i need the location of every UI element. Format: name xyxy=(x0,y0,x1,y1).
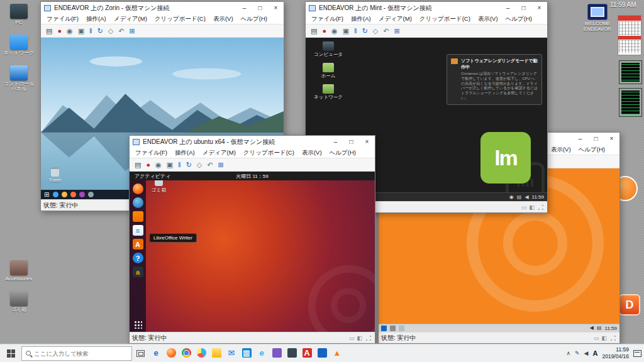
titlebar[interactable]: ENDEAVOR 上の Zorin - 仮想マシン接続 – □ × xyxy=(41,2,284,14)
software-icon[interactable] xyxy=(79,192,85,197)
enhanced-session-icon[interactable]: ⊞ xyxy=(130,28,135,35)
pause-icon[interactable]: ‖ xyxy=(89,28,92,35)
resize-grip[interactable] xyxy=(609,334,617,342)
search-input[interactable] xyxy=(34,350,116,357)
firefox-icon[interactable] xyxy=(164,344,179,362)
revert-icon[interactable]: ↶ xyxy=(383,28,389,35)
task-view-button[interactable] xyxy=(132,344,148,362)
explorer-icon[interactable] xyxy=(209,344,224,362)
volume-icon[interactable]: ◀ xyxy=(525,195,528,200)
reset-icon[interactable]: ↻ xyxy=(97,28,103,35)
minimize-button[interactable]: – xyxy=(328,136,343,148)
pen-icon[interactable]: ✎ xyxy=(575,351,580,356)
volume-icon[interactable]: ◀ xyxy=(590,326,594,331)
files-icon[interactable] xyxy=(133,211,143,222)
shutdown-icon[interactable]: ◉ xyxy=(67,28,73,35)
menu-item[interactable]: ファイル(F) xyxy=(43,14,82,24)
desktop-icon[interactable]: コントロールパネル xyxy=(3,65,35,93)
trash-icon-zorin[interactable]: Trash xyxy=(48,167,61,183)
notification-toast[interactable]: ソフトウェアレンダリングモードで動作中 Cinnamon は現在ソフトウェアレン… xyxy=(447,54,542,105)
menu-item[interactable]: 表示(V) xyxy=(474,14,502,24)
checkpoint-icon[interactable]: ◇ xyxy=(108,28,113,35)
menu-item[interactable]: 操作(A) xyxy=(347,14,375,24)
menu-item[interactable]: ファイル(F) xyxy=(308,14,347,24)
welcome-endeavor-icon[interactable]: WELCOME ENDEAVOR xyxy=(581,4,614,33)
ctrl-alt-del-icon[interactable]: ▤ xyxy=(311,28,317,35)
desktop-icon[interactable]: PC xyxy=(3,4,35,26)
update-icon[interactable]: ◉ xyxy=(509,195,514,200)
menu-item[interactable]: 表示(V) xyxy=(209,14,237,24)
menu-item[interactable]: 操作(A) xyxy=(82,14,110,24)
revert-icon[interactable]: ↶ xyxy=(207,162,213,168)
desktop-icon[interactable]: ホーム xyxy=(311,63,346,79)
mint-clock[interactable]: 11:59 xyxy=(532,194,544,200)
browser-icon[interactable] xyxy=(194,344,209,362)
app-purple-icon[interactable] xyxy=(269,344,284,362)
menu-item[interactable]: 表示(V) xyxy=(298,148,326,158)
power-icon[interactable]: ● xyxy=(322,28,326,35)
network-icon[interactable]: ▤ xyxy=(517,195,522,200)
ie-icon[interactable]: e xyxy=(254,344,269,362)
desktop-icon[interactable]: ゴミ箱 xyxy=(3,291,35,313)
app-red-icon[interactable]: A xyxy=(299,344,314,362)
media-icon[interactable]: ▲ xyxy=(330,344,345,362)
power-icon[interactable]: ● xyxy=(57,28,62,35)
menu-item[interactable]: ヘルプ(H) xyxy=(502,14,536,24)
speaker-icon[interactable]: ◀ xyxy=(584,351,589,356)
d-logo-app-icon[interactable]: D xyxy=(619,294,640,315)
menu-item[interactable]: メディア(M) xyxy=(110,14,151,24)
network-icon[interactable]: ▤ xyxy=(597,326,602,331)
close-button[interactable]: × xyxy=(604,133,619,145)
show-applications-icon[interactable] xyxy=(133,320,142,329)
store-icon[interactable]: ▦ xyxy=(239,344,254,362)
help-icon[interactable]: ? xyxy=(133,253,143,263)
taskbar-clock[interactable]: 11:59 2019/04/16 xyxy=(602,346,629,359)
revert-icon[interactable]: ↶ xyxy=(118,28,124,35)
ctrl-alt-del-icon[interactable]: ▤ xyxy=(135,162,141,168)
minimize-button[interactable]: – xyxy=(572,133,588,145)
save-icon[interactable]: ▣ xyxy=(167,162,173,168)
desktop-icon[interactable]: コンピュータ xyxy=(311,41,346,58)
close-button[interactable]: × xyxy=(359,136,375,148)
libreoffice-icon[interactable]: A xyxy=(133,239,143,250)
firefox-icon[interactable] xyxy=(70,192,76,197)
menu-item[interactable]: ヘルプ(H) xyxy=(237,14,271,24)
save-icon[interactable]: ▣ xyxy=(78,28,84,35)
ctrl-alt-del-icon[interactable]: ▤ xyxy=(46,28,52,35)
menu-item[interactable]: クリップボード(C) xyxy=(416,14,474,24)
menu-item[interactable]: ファイル(F) xyxy=(131,148,171,158)
ime-indicator[interactable]: A xyxy=(593,349,598,357)
checkpoint-icon[interactable]: ◇ xyxy=(197,162,202,168)
mate-terminal-icon[interactable] xyxy=(399,326,404,331)
close-button[interactable]: × xyxy=(531,3,547,14)
mail-icon[interactable]: ✉ xyxy=(224,344,239,362)
reset-icon[interactable]: ↻ xyxy=(186,162,192,168)
files-icon[interactable] xyxy=(62,192,67,197)
menu-item[interactable]: 操作(A) xyxy=(171,148,199,158)
settings-icon[interactable] xyxy=(88,192,94,197)
maximize-button[interactable]: □ xyxy=(588,133,604,145)
action-center-icon[interactable] xyxy=(633,350,641,357)
mate-menu-icon[interactable] xyxy=(381,326,387,331)
desktop-icon[interactable]: ネットワーク xyxy=(3,35,35,57)
app-grid-icon[interactable]: ⊞ xyxy=(44,192,49,198)
app-blue-icon[interactable] xyxy=(314,344,330,362)
maximize-button[interactable]: □ xyxy=(252,3,268,14)
vm-screen-ubuntu[interactable]: アクティビティ 火曜日 11：59 ≡ A ? a xyxy=(130,172,375,332)
power-icon[interactable]: ● xyxy=(146,162,150,168)
resize-grip[interactable] xyxy=(537,204,545,211)
maximize-button[interactable]: □ xyxy=(516,3,531,14)
edge-icon[interactable]: e xyxy=(148,344,164,362)
firefox-icon[interactable] xyxy=(133,184,143,194)
checkpoint-icon[interactable]: ◇ xyxy=(373,28,378,35)
shutdown-icon[interactable]: ◉ xyxy=(331,28,338,35)
menu-item[interactable]: メディア(M) xyxy=(375,14,416,24)
desktop-icon[interactable]: ネットワーク xyxy=(311,84,346,101)
enhanced-session-icon[interactable]: ⊞ xyxy=(218,162,224,168)
save-icon[interactable]: ▣ xyxy=(343,28,349,35)
reset-icon[interactable]: ↻ xyxy=(362,28,368,35)
menu-item[interactable]: ヘルプ(H) xyxy=(326,148,360,158)
titlebar[interactable]: ENDEAVOR 上の Mint - 仮想マシン接続 – □ × xyxy=(306,2,547,14)
enhanced-session-icon[interactable]: ⊞ xyxy=(394,28,400,35)
menu-item[interactable]: 表示(V) xyxy=(547,145,575,155)
